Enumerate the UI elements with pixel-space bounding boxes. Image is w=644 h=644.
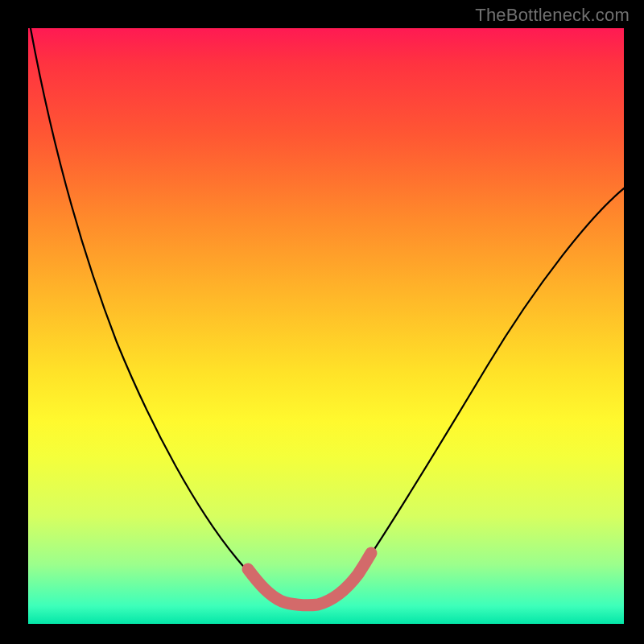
chart-frame: TheBottleneck.com — [0, 0, 644, 644]
highlight-segment — [248, 553, 371, 605]
main-curve — [30, 28, 624, 605]
watermark-text: TheBottleneck.com — [475, 5, 630, 26]
curves-svg — [28, 28, 624, 624]
plot-area — [28, 28, 624, 624]
